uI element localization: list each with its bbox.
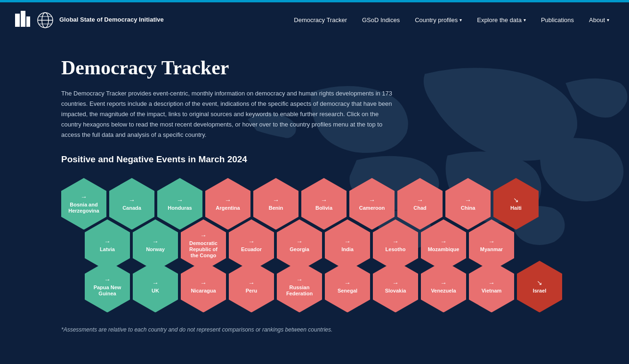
intro-paragraph: The Democracy Tracker provides event-cen… — [61, 88, 400, 140]
hex-arrow-benin: → — [273, 197, 279, 204]
hex-slovakia[interactable]: →Slovakia — [373, 261, 418, 312]
nav-logo[interactable]: Global State of Democracy Initiative — [14, 10, 164, 31]
hex-label-nicaragua: Nicaragua — [189, 288, 218, 294]
hex-arrow-haiti: ↘ — [513, 196, 519, 204]
hex-label-cameroon: Cameroon — [357, 205, 387, 211]
hex-label-uk: UK — [150, 288, 161, 294]
hex-label-russian-federation: Russian Federation — [280, 285, 319, 297]
footnote-text: *Assessments are relative to each countr… — [61, 326, 568, 333]
hex-arrow-china: → — [465, 197, 471, 204]
navigation: Global State of Democracy Initiative Dem… — [0, 2, 629, 38]
hex-label-peru: Peru — [244, 288, 259, 294]
nav-explore-data[interactable]: Explore the data ▾ — [471, 13, 532, 27]
svg-rect-0 — [15, 14, 20, 27]
hex-label-argentina: Argentina — [214, 205, 242, 211]
hex-label-senegal: Senegal — [336, 288, 359, 294]
hex-israel[interactable]: ↘Israel — [517, 261, 562, 312]
hex-label-israel: Israel — [531, 288, 548, 294]
section-heading: Positive and Negative Events in March 20… — [61, 154, 568, 165]
hex-label-haiti: Haiti — [508, 205, 524, 211]
main-content: Democracy Tracker The Democracy Tracker … — [0, 38, 629, 362]
hex-arrow-peru: → — [248, 279, 255, 287]
hex-label-norway: Norway — [144, 246, 167, 253]
hex-arrow-nicaragua: → — [200, 279, 207, 287]
hex-label-mozambique: Mozambique — [426, 246, 461, 253]
hex-arrow-russian-federation: → — [296, 276, 303, 284]
hex-label-vietnam: Vietnam — [480, 288, 504, 294]
hex-row-2: →Papua New Guinea→UK→Nicaragua→Peru→Russ… — [85, 261, 568, 312]
hex-label-canada: Canada — [121, 205, 143, 211]
hex-senegal[interactable]: →Senegal — [325, 261, 370, 312]
hex-arrow-honduras: → — [177, 197, 183, 204]
hex-label-benin: Benin — [267, 205, 285, 211]
hex-arrow-mozambique: → — [440, 238, 447, 245]
svg-rect-2 — [26, 16, 30, 27]
hex-vietnam[interactable]: →Vietnam — [469, 261, 514, 312]
hex-arrow-venezuela: → — [440, 279, 447, 287]
svg-rect-1 — [21, 11, 25, 27]
hex-arrow-slovakia: → — [392, 279, 399, 287]
hex-arrow-vietnam: → — [488, 279, 495, 287]
hex-label-venezuela: Venezuela — [429, 288, 458, 294]
hex-label-georgia: Georgia — [288, 246, 311, 253]
hex-arrow-india: → — [344, 238, 351, 245]
hex-arrow-argentina: → — [225, 197, 231, 204]
hex-label-china: China — [459, 205, 477, 211]
hex-grid: →Bosnia and Herzegovina→Canada→Honduras→… — [61, 178, 568, 312]
hex-label-bosnia-and-herzegovina: Bosnia and Herzegovina — [64, 202, 104, 214]
nav-publications[interactable]: Publications — [535, 13, 580, 27]
hex-arrow-israel: ↘ — [537, 279, 542, 287]
hex-uk[interactable]: →UK — [133, 261, 178, 312]
nav-brand-name: Global State of Democracy Initiative — [59, 16, 164, 24]
nav-gsod-indices[interactable]: GSoD Indices — [356, 13, 405, 27]
hex-label-latvia: Latvia — [98, 246, 117, 253]
hex-venezuela[interactable]: →Venezuela — [421, 261, 466, 312]
hex-arrow-georgia: → — [296, 238, 303, 245]
hex-arrow-ecuador: → — [248, 238, 255, 245]
country-profiles-chevron: ▾ — [460, 17, 462, 23]
explore-data-chevron: ▾ — [524, 17, 526, 23]
nav-democracy-tracker[interactable]: Democracy Tracker — [288, 13, 353, 27]
hex-label-papua-new-guinea: Papua New Guinea — [88, 285, 127, 297]
hex-arrow-latvia: → — [104, 238, 111, 245]
hex-nicaragua[interactable]: →Nicaragua — [181, 261, 226, 312]
nav-links-container: Democracy Tracker GSoD Indices Country p… — [288, 13, 615, 27]
hex-arrow-lesotho: → — [392, 238, 399, 245]
hex-label-ecuador: Ecuador — [239, 246, 264, 253]
hex-label-india: India — [339, 246, 355, 253]
hex-arrow-canada: → — [129, 197, 135, 204]
idea-logo-icon — [14, 10, 31, 31]
hex-arrow-chad: → — [417, 197, 423, 204]
hex-label-chad: Chad — [411, 205, 428, 211]
hex-arrow-democratic-republic-of-the-congo: → — [200, 232, 207, 239]
hex-arrow-papua-new-guinea: → — [104, 276, 111, 284]
hex-arrow-bolivia: → — [321, 197, 327, 204]
nav-country-profiles[interactable]: Country profiles ▾ — [409, 13, 468, 27]
about-chevron: ▾ — [607, 17, 609, 23]
hex-peru[interactable]: →Peru — [229, 261, 274, 312]
hex-arrow-cameroon: → — [369, 197, 375, 204]
hex-arrow-bosnia-and-herzegovina: → — [81, 193, 87, 201]
hex-russian-federation[interactable]: →Russian Federation — [277, 261, 322, 312]
gsod-logo-icon — [37, 12, 54, 29]
hex-arrow-norway: → — [152, 238, 159, 245]
hex-label-bolivia: Bolivia — [314, 205, 334, 211]
hex-label-honduras: Honduras — [166, 205, 194, 211]
hex-label-slovakia: Slovakia — [383, 288, 408, 294]
hex-label-lesotho: Lesotho — [384, 246, 408, 253]
hex-arrow-myanmar: → — [488, 238, 495, 245]
hex-label-myanmar: Myanmar — [478, 246, 505, 253]
hex-label-democratic-republic-of-the-congo: Democratic Republic of the Congo — [184, 240, 223, 259]
hex-papua-new-guinea[interactable]: →Papua New Guinea — [85, 261, 130, 312]
content-wrapper: Democracy Tracker The Democracy Tracker … — [61, 56, 568, 333]
hex-arrow-uk: → — [152, 279, 159, 287]
hex-arrow-senegal: → — [344, 279, 351, 287]
page-title: Democracy Tracker — [61, 56, 568, 79]
nav-about[interactable]: About ▾ — [583, 13, 615, 27]
